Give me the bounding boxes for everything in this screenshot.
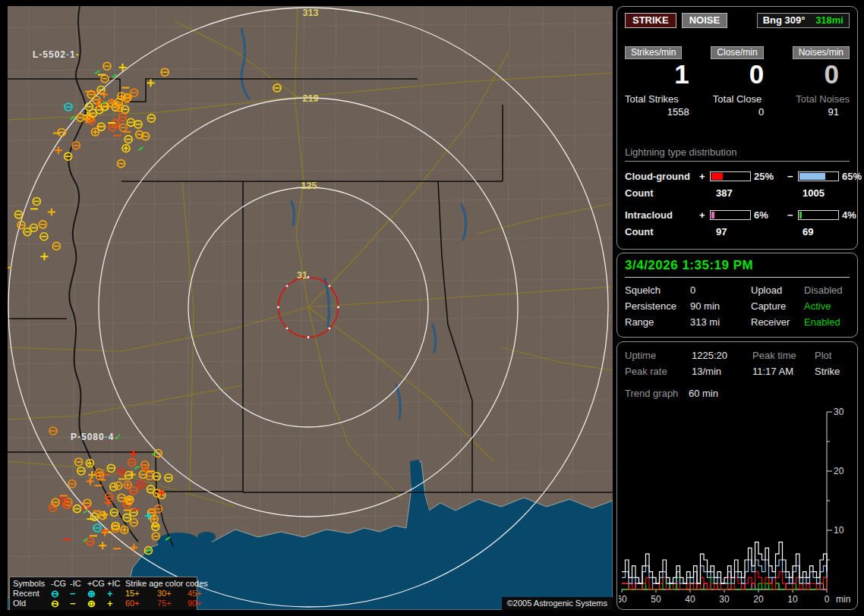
trend-x-tick: 40 [685,594,695,605]
trend-x-tick: 20 [753,594,764,605]
total-close-label: Total Close [700,93,775,105]
legend-row-label: Recent [13,589,51,599]
strike-symbol-icon: ⊖ [51,599,70,608]
trend-x-tick: 60 [619,594,627,605]
ic-plus-pct: 6% [754,209,787,221]
status-cell: Disabled [804,284,850,296]
strike-symbol-cm [118,160,125,168]
bearing-display: Bng 309° 318mi [757,13,850,28]
strike-symbol-cm [77,114,84,121]
trend-x-tick: 0 [825,594,830,605]
age-code: 15+ [125,589,157,599]
strike-symbol-cm [77,467,85,475]
strike-symbol-plus [99,542,106,549]
strike-symbol-cm [107,464,115,472]
strike-symbol-cm [130,487,137,495]
session-cell: Strike [815,366,850,377]
close-per-min-value: 0 [700,59,775,90]
strike-symbol-cm [125,472,133,479]
close-per-min-label: Close/min [711,46,763,59]
status-cell: Active [804,300,850,312]
trend-y-tick: 30 [834,407,844,417]
status-cell: Capture [751,300,804,312]
copyright-label: ©2005 Astrogenic Systems [502,597,613,610]
status-cell: 313 mi [690,316,751,328]
ic-plus-count: 97 [699,226,786,237]
session-grid: Uptime1225:20Peak timePlotPeak rate13/mi… [625,350,850,377]
radar-map-svg: 31321912531L-5502-1-P-5080-4✓ [8,6,613,610]
status-cell: Range [625,316,690,328]
strike-symbol-cm [103,62,111,70]
map-panel[interactable]: 31321912531L-5502-1-P-5080-4✓ Symbols-CG… [8,6,613,610]
strike-symbol-plus [100,91,108,99]
strike-symbol-plus [87,477,94,485]
legend-symbols-title: Symbols [13,579,51,589]
strike-symbol-cp [121,526,128,533]
noises-per-min-value: 0 [774,59,850,90]
strike-symbol-cm [99,512,106,520]
strike-symbol-cm [93,524,101,532]
total-strikes-label: Total Strikes [625,93,700,105]
strike-symbol-plus [147,79,155,86]
range-ring-label: 313 [303,8,319,18]
status-cell: Enabled [804,316,850,328]
status-cell: Receiver [751,316,804,328]
noise-button[interactable]: NOISE [682,13,727,28]
strike-symbol-cm [30,224,38,231]
strike-symbol-cp [122,144,130,152]
total-strikes-value: 1558 [625,106,700,118]
strike-symbol-plus [130,544,137,552]
status-panel: 3/4/2026 1:35:19 PM Squelch0UploadDisabl… [616,253,858,338]
legend-age-title: Strike age color codes [125,579,215,589]
map-legend: Symbols-CG-IC+CG+ICStrike age color code… [9,577,197,610]
trend-x-tick: 50 [651,594,661,605]
range-ring-label: 31 [297,270,307,281]
strike-symbol-cm [152,523,159,530]
strike-symbol-cm [154,505,162,513]
strike-symbol-ic [134,466,139,469]
range-ring-label: 125 [301,181,317,191]
ic-minus-pct: 4% [842,209,856,221]
status-cell: Persistence [625,300,690,312]
strike-symbol-cm [131,89,138,96]
total-close-value: 0 [700,106,775,118]
strike-symbol-cm [273,84,281,92]
strike-symbol-cm [15,211,23,218]
strike-symbol-cm [128,459,136,467]
status-grid: Squelch0UploadDisabledPersistence90 minC… [625,284,850,328]
strike-symbol-cm [68,480,76,488]
session-cell: Peak rate [625,366,692,377]
status-cell: 0 [690,284,751,296]
strike-symbol-ic [138,147,143,150]
strike-symbol-cm [74,505,81,513]
strike-symbol-plus [48,208,55,215]
storm-cell-label: P-5080-4✓ [71,432,122,442]
age-code: 75+ [157,599,188,608]
cloud-ground-label: Cloud-ground [625,171,699,182]
trend-graph-window: 60 min [689,388,718,399]
strike-symbol-cm [90,513,98,520]
datetime-display: 3/4/2026 1:35:19 PM [625,258,850,278]
strikes-per-min-label: Strikes/min [625,46,682,59]
strike-symbol-plus [40,253,48,260]
trend-graph-chart: 1020306050403020100min [619,406,857,609]
strike-symbol-cm [75,458,83,466]
status-cell: 90 min [690,300,751,312]
strike-symbol-cm [127,118,134,126]
strike-symbol-cm [39,221,46,228]
strike-button[interactable]: STRIKE [625,13,676,28]
ic-plus-bar [710,210,751,220]
legend-row-label: Old [13,599,51,608]
total-noises-label: Total Noises [774,93,850,105]
stats-panel: STRIKE NOISE Bng 309° 318mi Strikes/min … [616,6,858,250]
cg-count-label: Count [625,187,699,199]
strike-symbol-cm [161,68,169,76]
strike-symbol-ic [95,71,99,74]
strike-symbol-cm [33,197,40,205]
age-code: 90+ [188,599,215,608]
strike-symbol-icon: ⊕ [87,599,107,608]
strike-symbol-plus [55,146,62,154]
session-cell: 1225:20 [692,350,752,361]
cg-minus-pct: 65% [842,171,862,182]
age-code: 30+ [157,589,188,599]
